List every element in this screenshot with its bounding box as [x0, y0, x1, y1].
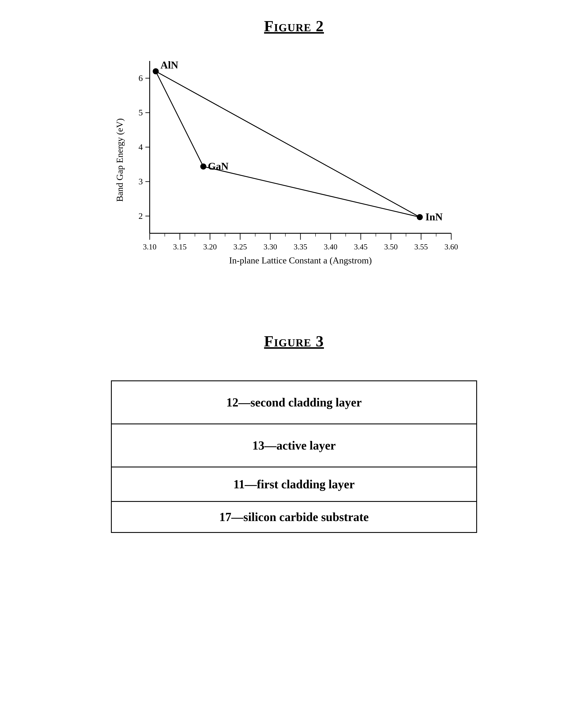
svg-text:3.35: 3.35 [294, 243, 307, 251]
chart-container: 3.10 3.15 3.20 3.25 3.30 3.35 3.40 3.45 … [111, 52, 477, 289]
line-aln-gan [156, 71, 203, 166]
y-ticks [145, 78, 150, 216]
chart-svg: 3.10 3.15 3.20 3.25 3.30 3.35 3.40 3.45 … [111, 52, 477, 289]
svg-text:3.30: 3.30 [264, 243, 277, 251]
layer-substrate: 17—silicon carbide substrate [112, 502, 476, 532]
svg-text:3.15: 3.15 [173, 243, 187, 251]
y-axis-labels: 2 3 4 5 6 [138, 73, 143, 221]
x-axis-title: In-plane Lattice Constant a (Angstrom) [229, 255, 372, 266]
layer-active: 13—active layer [112, 424, 476, 467]
svg-text:3.20: 3.20 [203, 243, 217, 251]
page-content: Figure 2 [57, 17, 531, 533]
layers-diagram: 12—second cladding layer 13—active layer… [111, 380, 477, 533]
layer-first-cladding: 11—first cladding layer [112, 467, 476, 502]
layer-first-cladding-label: 11—first cladding layer [233, 477, 355, 491]
svg-text:3.25: 3.25 [233, 243, 247, 251]
svg-text:6: 6 [138, 73, 143, 83]
svg-text:3.50: 3.50 [384, 243, 398, 251]
figure2-section: Figure 2 [57, 17, 531, 289]
svg-text:3.10: 3.10 [143, 243, 156, 251]
svg-text:3.40: 3.40 [324, 243, 338, 251]
point-gan [200, 163, 206, 169]
layer-second-cladding: 12—second cladding layer [112, 381, 476, 424]
figure3-section: Figure 3 12—second cladding layer 13—act… [57, 332, 531, 533]
svg-text:3.60: 3.60 [445, 243, 458, 251]
layer-active-label: 13—active layer [252, 439, 336, 452]
figure3-title: Figure 3 [264, 332, 324, 350]
x-ticks [150, 233, 451, 240]
layer-substrate-label: 17—silicon carbide substrate [219, 510, 369, 524]
svg-text:3.55: 3.55 [415, 243, 428, 251]
line-gan-inn [203, 166, 420, 217]
svg-text:4: 4 [138, 142, 143, 152]
point-inn [417, 214, 423, 220]
label-gan: GaN [208, 160, 229, 172]
layer-second-cladding-label: 12—second cladding layer [226, 395, 362, 409]
point-aln [153, 68, 159, 74]
svg-text:2: 2 [138, 211, 143, 221]
label-inn: InN [426, 211, 443, 223]
y-axis-title: Band Gap Energy (eV) [115, 118, 125, 202]
x-axis-labels: 3.10 3.15 3.20 3.25 3.30 3.35 3.40 3.45 … [143, 243, 458, 251]
line-aln-inn [156, 71, 420, 217]
label-aln: AlN [160, 59, 178, 71]
svg-text:3.45: 3.45 [354, 243, 368, 251]
figure2-title: Figure 2 [264, 17, 324, 35]
svg-text:3: 3 [138, 177, 143, 186]
svg-text:5: 5 [138, 108, 143, 117]
